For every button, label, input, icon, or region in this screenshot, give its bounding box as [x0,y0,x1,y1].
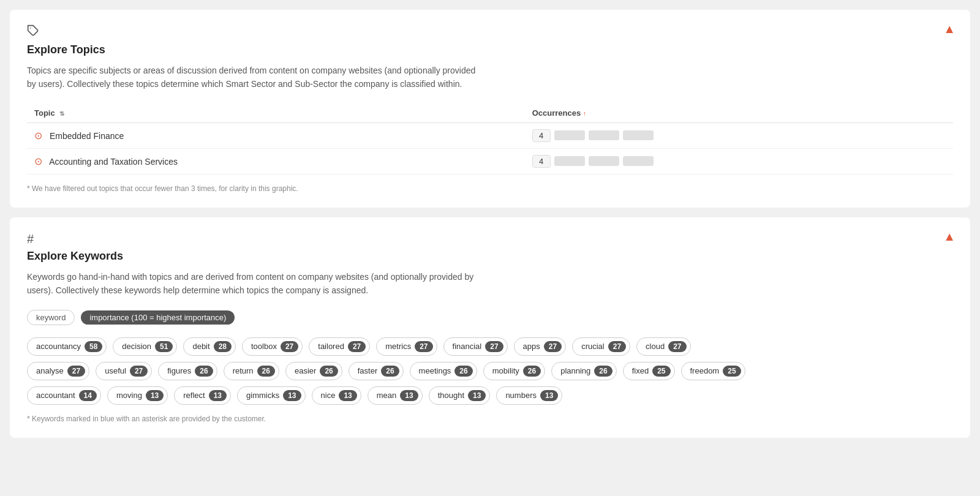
keyword-score: 13 [540,390,558,401]
keyword-score: 26 [195,366,213,377]
keyword-score: 13 [339,390,356,401]
hash-icon: # [27,232,953,246]
keywords-legend: keyword importance (100 = highest import… [27,310,953,325]
keyword-score: 27 [348,341,366,352]
keyword-score: 27 [281,341,298,352]
keywords-row: accountant14moving13reflect13gimmicks13n… [27,386,953,405]
keyword-word: meetings [419,366,451,375]
keyword-score: 28 [214,341,232,352]
keyword-word: accountant [36,391,75,400]
topic-name: Accounting and Taxation Services [49,157,178,167]
keyword-score: 27 [485,341,503,352]
keyword-tag: cloud27 [636,337,690,356]
keyword-tag: financial27 [443,337,508,356]
keyword-score: 26 [257,366,275,377]
keyword-word: analyse [36,366,64,375]
keyword-word: easier [295,366,316,375]
keyword-word: moving [116,391,142,400]
keyword-tag: mean13 [368,386,423,405]
occ-bar-2 [589,130,619,140]
keyword-score: 26 [381,366,399,377]
keyword-word: planning [560,366,590,375]
keywords-collapse-button[interactable]: ▲ [943,230,956,244]
occurrences-cell: 4 [525,148,953,174]
keyword-word: return [233,366,254,375]
topics-description: Topics are specific subjects or areas of… [27,64,480,91]
keyword-word: faster [358,366,378,375]
keyword-word: metrics [385,342,411,351]
occ-count: 4 [532,155,551,168]
keyword-score: 27 [67,366,85,377]
occ-bar-3 [623,130,654,140]
keyword-tag: nice13 [312,386,361,405]
keyword-word: accountancy [36,342,81,351]
tag-icon [27,24,953,39]
keyword-tag: return26 [224,362,279,380]
keyword-tag: debit28 [183,337,236,356]
table-row: ⊙ Embedded Finance 4 [27,122,953,148]
keyword-score: 26 [454,366,472,377]
keyword-score: 25 [723,366,741,377]
keywords-card: # Explore Keywords Keywords go hand-in-h… [10,217,970,438]
keyword-tag: fixed25 [623,362,675,380]
keyword-tag: figures26 [158,362,217,380]
col-occurrences[interactable]: Occurrences ↑ [525,103,953,123]
keyword-word: tailored [318,342,344,351]
keywords-row: analyse27useful27figures26return26easier… [27,362,953,380]
keyword-score: 14 [79,390,97,401]
keyword-word: gimmicks [246,391,279,400]
occ-bar-1 [554,130,585,140]
keyword-word: toolbox [251,342,277,351]
keyword-word: figures [167,366,191,375]
keyword-score: 51 [155,341,173,352]
topic-row-icon: ⊙ [34,130,42,141]
occurrences-cell: 4 [525,122,953,148]
topics-title: Explore Topics [27,43,953,56]
keyword-tag: freedom25 [681,362,745,380]
occurrences-sort-icon: ↑ [583,110,587,117]
keyword-word: thought [438,391,464,400]
keyword-word: financial [453,342,482,351]
keyword-tag: useful27 [96,362,152,380]
keyword-score: 27 [130,366,148,377]
keyword-word: reflect [183,391,205,400]
occ-bar-3 [623,156,654,166]
keywords-title: Explore Keywords [27,250,953,263]
keyword-tag: planning26 [551,362,617,380]
keyword-tag: decision51 [113,337,177,356]
topic-name-cell: ⊙ Embedded Finance [27,122,525,148]
occ-count: 4 [532,129,551,142]
keyword-word: freedom [690,366,720,375]
keyword-tag: metrics27 [376,337,437,356]
topics-collapse-button[interactable]: ▲ [943,22,956,36]
table-row: ⊙ Accounting and Taxation Services 4 [27,148,953,174]
keyword-score: 13 [146,390,164,401]
keywords-footnote: * Keywords marked in blue with an asteri… [27,415,953,423]
keyword-tag: toolbox27 [242,337,303,356]
keywords-row: accountancy58decision51debit28toolbox27t… [27,337,953,356]
topic-name-cell: ⊙ Accounting and Taxation Services [27,148,525,174]
topic-name: Embedded Finance [50,131,124,141]
keyword-score: 27 [415,341,432,352]
keyword-score: 27 [544,341,562,352]
keyword-word: numbers [505,391,537,400]
keywords-container: accountancy58decision51debit28toolbox27t… [27,337,953,405]
col-topic[interactable]: Topic ⇅ [27,103,525,123]
keyword-score: 26 [594,366,612,377]
topics-table: Topic ⇅ Occurrences ↑ ⊙ Embedded Finance… [27,103,953,175]
keyword-tag: analyse27 [27,362,89,380]
topics-card: Explore Topics Topics are specific subje… [10,10,970,208]
keyword-tag: faster26 [349,362,404,380]
keyword-score: 26 [523,366,541,377]
keyword-tag: easier26 [285,362,342,380]
keyword-tag: mobility26 [483,362,545,380]
keyword-tag: moving13 [107,386,168,405]
keyword-score: 13 [283,390,301,401]
keyword-score: 27 [608,341,626,352]
keyword-tag: thought13 [429,386,491,405]
keyword-tag: apps27 [514,337,567,356]
keyword-word: nice [321,391,336,400]
keyword-tag: tailored27 [309,337,370,356]
keyword-tag: crucial27 [572,337,630,356]
keyword-word: decision [122,342,151,351]
